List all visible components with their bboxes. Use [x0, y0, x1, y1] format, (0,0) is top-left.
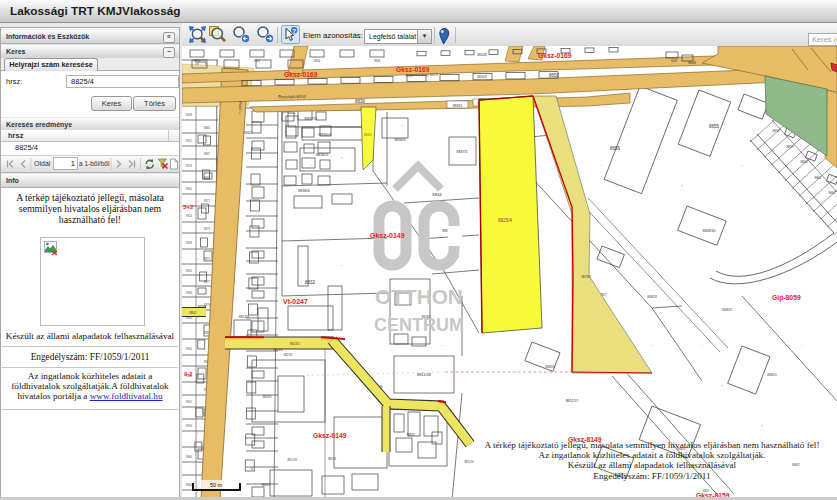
svg-text:Gksz-0169: Gksz-0169: [396, 66, 430, 73]
svg-text:8912: 8912: [186, 139, 192, 143]
svg-text:8877: 8877: [204, 280, 210, 284]
svg-text:8836/L: 8836/L: [288, 112, 296, 115]
svg-text:8873: 8873: [204, 227, 210, 231]
svg-text:8656: 8656: [374, 59, 381, 63]
svg-text:Az ingatlanok közhiteles adata: Az ingatlanok közhiteles adatait a földh…: [539, 450, 766, 460]
svg-text:CENTRUM: CENTRUM: [374, 315, 464, 335]
svg-text:8824/9: 8824/9: [239, 315, 249, 319]
svg-text:8964: 8964: [186, 483, 192, 487]
svg-text:8916: 8916: [186, 164, 192, 168]
svg-text:8811/33: 8811/33: [287, 458, 297, 462]
svg-text:8668/30: 8668/30: [703, 229, 716, 233]
svg-text:?: ?: [292, 28, 296, 34]
svg-text:8654: 8654: [314, 59, 321, 63]
svg-text:8920: 8920: [186, 187, 192, 191]
svg-text:8836/5: 8836/5: [316, 152, 329, 157]
svg-text:8668/28: 8668/28: [545, 365, 555, 369]
svg-text:8650/8: 8650/8: [477, 53, 487, 57]
svg-text:8873/8: 8873/8: [581, 275, 591, 279]
svg-text:Gip-8059: Gip-8059: [772, 294, 801, 302]
svg-text:8648: 8648: [671, 59, 677, 63]
svg-text:8811/3: 8811/3: [328, 457, 336, 461]
svg-text:8944: 8944: [186, 347, 192, 351]
svg-text:8924: 8924: [186, 214, 192, 218]
svg-text:8832: 8832: [305, 280, 316, 285]
svg-text:9-2: 9-2: [184, 371, 192, 377]
svg-text:50 m: 50 m: [210, 482, 223, 488]
svg-text:8833/1: 8833/1: [453, 104, 463, 108]
svg-text:8825/4: 8825/4: [498, 218, 512, 223]
svg-text:8668/10: 8668/10: [767, 373, 777, 377]
svg-text:8837/5: 8837/5: [457, 150, 468, 154]
svg-text:8824/1: 8824/1: [364, 133, 372, 137]
svg-text:8652: 8652: [254, 59, 261, 63]
svg-text:8648: 8648: [688, 61, 696, 65]
svg-text:OTTHON: OTTHON: [375, 285, 463, 308]
svg-text:8928: 8928: [186, 241, 192, 245]
svg-text:8936: 8936: [186, 291, 192, 295]
svg-text:Gksz-0169: Gksz-0169: [284, 71, 318, 78]
svg-text:Rozsnyói körút: Rozsnyói körút: [278, 94, 307, 100]
svg-text:3+2: 3+2: [183, 203, 194, 210]
svg-text:8824/6: 8824/6: [273, 348, 283, 352]
svg-text:8668/7: 8668/7: [792, 463, 800, 467]
svg-text:8656: 8656: [610, 146, 621, 151]
svg-text:Vt-0247: Vt-0247: [283, 298, 308, 305]
svg-text:8811/08: 8811/08: [417, 372, 432, 377]
svg-text:Gksz-0149: Gksz-0149: [313, 432, 347, 439]
svg-text:8655: 8655: [709, 124, 720, 129]
svg-text:8867: 8867: [204, 152, 210, 156]
svg-text:8836/6: 8836/6: [298, 189, 310, 193]
svg-text:8952: 8952: [186, 400, 192, 404]
svg-text:8879: 8879: [204, 303, 210, 307]
svg-text:8865: 8865: [204, 126, 210, 130]
svg-text:8841/2: 8841/2: [262, 483, 271, 487]
svg-text:8819: 8819: [703, 489, 709, 493]
svg-text:8811/57: 8811/57: [566, 399, 579, 403]
svg-text:8875: 8875: [204, 257, 210, 261]
svg-text:Gksz-0169: Gksz-0169: [538, 52, 572, 59]
svg-text:A térkép tájékoztató jellegű,: A térkép tájékoztató jellegű, másolata s…: [485, 440, 820, 450]
svg-text:Készült az állami alapadatok f: Készült az állami alapadatok felhasználá…: [568, 460, 737, 470]
svg-text:8824/3: 8824/3: [263, 395, 272, 399]
svg-text:8668/28: 8668/28: [647, 295, 657, 299]
svg-text:8836/6: 8836/6: [395, 138, 406, 142]
svg-text:8650/3: 8650/3: [477, 75, 487, 79]
svg-text:8837/1: 8837/1: [478, 97, 486, 100]
svg-text:Radó u.: Radó u.: [238, 101, 242, 114]
svg-text:Gksz-0149: Gksz-0149: [370, 232, 405, 239]
svg-text:8837/1: 8837/1: [305, 116, 318, 121]
svg-text:8821/2: 8821/2: [284, 353, 293, 357]
svg-text:8908: 8908: [186, 113, 192, 117]
svg-text:8960: 8960: [186, 455, 192, 459]
svg-text:8932: 8932: [186, 269, 192, 273]
svg-text:8836: 8836: [355, 99, 366, 104]
svg-text:8836/4: 8836/4: [319, 132, 332, 137]
svg-text:8871: 8871: [204, 199, 210, 203]
svg-text:8956: 8956: [186, 424, 192, 428]
svg-text:8650: 8650: [194, 59, 201, 63]
svg-text:Engedélyszám: FF/1059/1/2011: Engedélyszám: FF/1059/1/2011: [593, 471, 711, 481]
svg-text:0: 0: [251, 467, 253, 471]
svg-text:8811/16: 8811/16: [464, 460, 474, 464]
svg-text:8824/1: 8824/1: [290, 342, 300, 346]
svg-text:8822: 8822: [407, 433, 415, 437]
svg-text:8802: 8802: [190, 311, 197, 315]
svg-text:8834: 8834: [432, 192, 442, 197]
svg-text:8668/33: 8668/33: [722, 308, 732, 312]
